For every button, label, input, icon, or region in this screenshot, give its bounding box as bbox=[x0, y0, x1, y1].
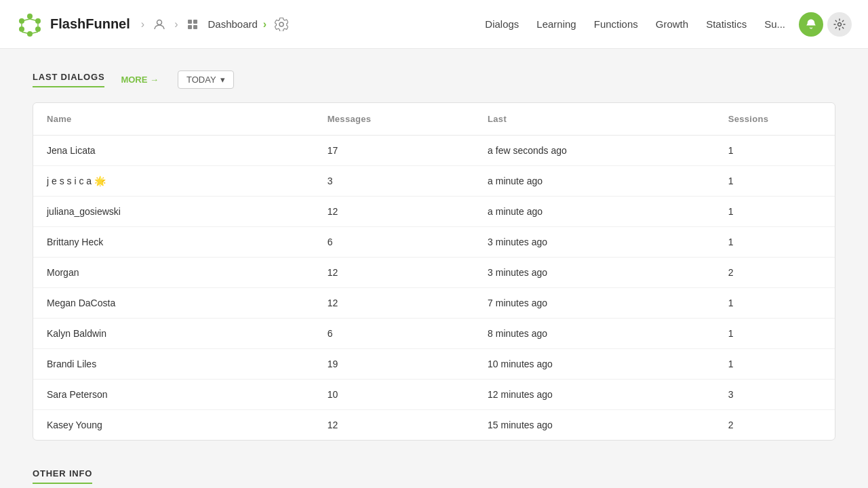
cell-last: a few seconds ago bbox=[474, 136, 715, 166]
nav-dialogs[interactable]: Dialogs bbox=[478, 14, 526, 34]
cell-sessions: 3 bbox=[715, 380, 835, 410]
cell-sessions: 1 bbox=[715, 166, 835, 197]
today-filter-dropdown[interactable]: TODAY ▾ bbox=[178, 70, 234, 89]
last-dialogs-section: LAST DIALOGS MORE → TODAY ▾ Name Message… bbox=[33, 70, 835, 441]
cell-sessions: 2 bbox=[715, 410, 835, 441]
cell-last: 12 minutes ago bbox=[474, 380, 715, 410]
cell-last: 3 minutes ago bbox=[474, 258, 715, 288]
svg-point-17 bbox=[838, 22, 842, 26]
col-header-last: Last bbox=[474, 103, 715, 136]
svg-point-12 bbox=[157, 20, 162, 24]
cell-sessions: 1 bbox=[715, 197, 835, 227]
cell-messages: 12 bbox=[314, 288, 474, 319]
breadcrumb-chevron-1: › bbox=[141, 18, 144, 30]
cell-name: Megan DaCosta bbox=[33, 288, 314, 319]
nav-support[interactable]: Su... bbox=[757, 14, 792, 34]
table-row[interactable]: Kalyn Baldwin 6 8 minutes ago 1 bbox=[33, 319, 835, 349]
cell-sessions: 1 bbox=[715, 349, 835, 380]
table-row[interactable]: Brandi Liles 19 10 minutes ago 1 bbox=[33, 349, 835, 380]
cell-messages: 12 bbox=[314, 410, 474, 441]
cell-messages: 6 bbox=[314, 319, 474, 349]
dropdown-chevron-icon: ▾ bbox=[220, 75, 225, 85]
table-header: Name Messages Last Sessions bbox=[33, 103, 835, 136]
table-row[interactable]: Kasey Young 12 15 minutes ago 2 bbox=[33, 410, 835, 441]
table-row[interactable]: Morgan 12 3 minutes ago 2 bbox=[33, 258, 835, 288]
cell-messages: 17 bbox=[314, 136, 474, 166]
svg-rect-16 bbox=[193, 25, 197, 29]
nav-statistics[interactable]: Statistics bbox=[699, 14, 753, 34]
cell-messages: 12 bbox=[314, 197, 474, 227]
section-title: LAST DIALOGS bbox=[33, 72, 104, 87]
cell-name: juliana_gosiewski bbox=[33, 197, 314, 227]
dialogs-table: Name Messages Last Sessions Jena Licata … bbox=[33, 103, 835, 440]
svg-rect-15 bbox=[188, 25, 192, 29]
cell-sessions: 2 bbox=[715, 258, 835, 288]
cell-sessions: 1 bbox=[715, 136, 835, 166]
logo-icon bbox=[16, 11, 43, 38]
nav-functions[interactable]: Functions bbox=[587, 14, 645, 34]
cell-messages: 6 bbox=[314, 227, 474, 258]
cell-messages: 12 bbox=[314, 258, 474, 288]
cell-sessions: 1 bbox=[715, 227, 835, 258]
grid-icon bbox=[183, 15, 202, 34]
main-content: LAST DIALOGS MORE → TODAY ▾ Name Message… bbox=[0, 49, 868, 488]
cell-last: 10 minutes ago bbox=[474, 349, 715, 380]
header: FlashFunnel › › Dashboard › Dialogs Lear… bbox=[0, 0, 868, 49]
cell-name: Kasey Young bbox=[33, 410, 314, 441]
person-icon bbox=[150, 15, 169, 34]
cell-messages: 19 bbox=[314, 349, 474, 380]
svg-rect-13 bbox=[188, 20, 192, 24]
table-body: Jena Licata 17 a few seconds ago 1 j e s… bbox=[33, 136, 835, 441]
breadcrumb-chevron-2: › bbox=[174, 18, 178, 30]
other-info-title: OTHER INFO bbox=[33, 468, 92, 484]
dialogs-table-container: Name Messages Last Sessions Jena Licata … bbox=[33, 102, 835, 441]
cell-name: j e s s i c a 🌟 bbox=[33, 166, 314, 197]
cell-messages: 10 bbox=[314, 380, 474, 410]
cell-last: 8 minutes ago bbox=[474, 319, 715, 349]
settings-gear-button[interactable] bbox=[827, 12, 852, 37]
svg-point-0 bbox=[27, 14, 33, 19]
main-nav: Dialogs Learning Functions Growth Statis… bbox=[478, 12, 852, 37]
cell-last: a minute ago bbox=[474, 197, 715, 227]
dashboard-label: Dashboard bbox=[208, 18, 257, 30]
cell-messages: 3 bbox=[314, 166, 474, 197]
section-header: LAST DIALOGS MORE → TODAY ▾ bbox=[33, 70, 835, 89]
brand-name: FlashFunnel bbox=[50, 16, 130, 32]
cell-name: Brandi Liles bbox=[33, 349, 314, 380]
nav-growth[interactable]: Growth bbox=[649, 14, 695, 34]
breadcrumb: › › Dashboard › bbox=[141, 15, 291, 34]
cell-name: Kalyn Baldwin bbox=[33, 319, 314, 349]
cell-name: Brittany Heck bbox=[33, 227, 314, 258]
cell-sessions: 1 bbox=[715, 288, 835, 319]
cell-last: a minute ago bbox=[474, 166, 715, 197]
gear-breadcrumb-icon[interactable] bbox=[272, 15, 291, 34]
logo-area[interactable]: FlashFunnel bbox=[16, 11, 130, 38]
col-header-name: Name bbox=[33, 103, 314, 136]
table-header-row: Name Messages Last Sessions bbox=[33, 103, 835, 136]
cell-name: Sara Peterson bbox=[33, 380, 314, 410]
table-row[interactable]: Jena Licata 17 a few seconds ago 1 bbox=[33, 136, 835, 166]
cell-name: Jena Licata bbox=[33, 136, 314, 166]
table-row[interactable]: Megan DaCosta 12 7 minutes ago 1 bbox=[33, 288, 835, 319]
cell-last: 7 minutes ago bbox=[474, 288, 715, 319]
notification-bell-button[interactable] bbox=[799, 12, 823, 37]
nav-learning[interactable]: Learning bbox=[530, 14, 583, 34]
other-info-section: OTHER INFO bbox=[33, 468, 835, 484]
cell-name: Morgan bbox=[33, 258, 314, 288]
table-row[interactable]: j e s s i c a 🌟 3 a minute ago 1 bbox=[33, 166, 835, 197]
col-header-sessions: Sessions bbox=[715, 103, 835, 136]
more-link[interactable]: MORE → bbox=[121, 75, 159, 85]
svg-point-4 bbox=[35, 26, 41, 32]
table-row[interactable]: Brittany Heck 6 3 minutes ago 1 bbox=[33, 227, 835, 258]
col-header-messages: Messages bbox=[314, 103, 474, 136]
cell-last: 3 minutes ago bbox=[474, 227, 715, 258]
cell-sessions: 1 bbox=[715, 319, 835, 349]
cell-last: 15 minutes ago bbox=[474, 410, 715, 441]
breadcrumb-green-chevron: › bbox=[263, 18, 267, 30]
filter-label: TODAY bbox=[186, 75, 216, 85]
svg-rect-14 bbox=[193, 20, 197, 24]
svg-point-3 bbox=[19, 26, 24, 32]
table-row[interactable]: juliana_gosiewski 12 a minute ago 1 bbox=[33, 197, 835, 227]
table-row[interactable]: Sara Peterson 10 12 minutes ago 3 bbox=[33, 380, 835, 410]
